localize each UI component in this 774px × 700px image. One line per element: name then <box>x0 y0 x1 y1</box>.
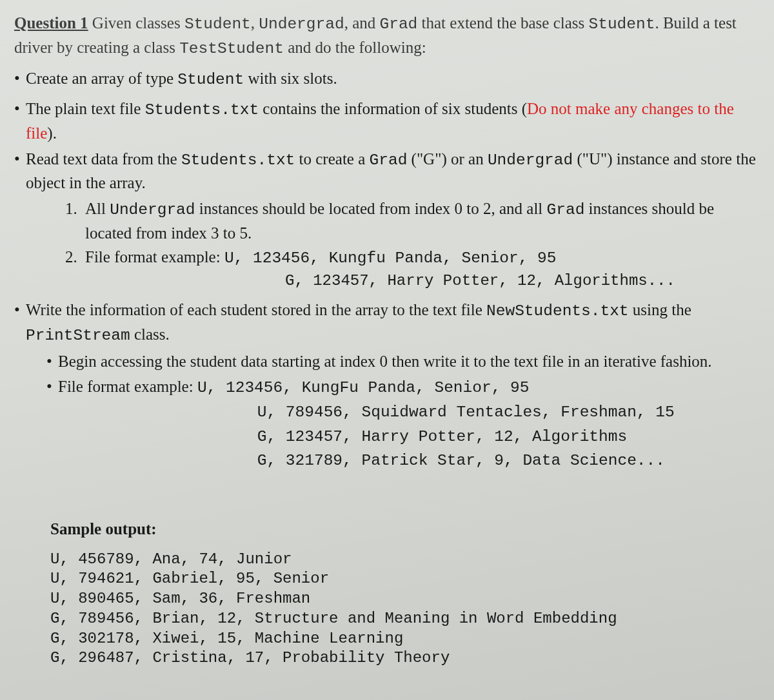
bullet-2: The plain text file Students.txt contain… <box>14 97 760 144</box>
inner-bullet-2: File format example: U, 123456, KungFu P… <box>46 375 760 472</box>
sample-output-heading: Sample output: <box>50 518 760 541</box>
top-bullet-list: Create an array of type Student with six… <box>14 67 760 473</box>
question-intro: Question 1 Given classes Student, Underg… <box>14 12 760 61</box>
numbered-1: All Undergrad instances should be locate… <box>81 197 760 244</box>
file-format-line-2: G, 123457, Harry Potter, 12, Algorithms.… <box>285 270 760 292</box>
numbered-list: All Undergrad instances should be locate… <box>26 197 760 292</box>
sample-output-block: U, 456789, Ana, 74, Junior U, 794621, Ga… <box>50 550 760 668</box>
inner-bullet-list: Begin accessing the student data startin… <box>26 350 760 473</box>
bullet-4: Write the information of each student st… <box>14 298 760 472</box>
bullet-3: Read text data from the Students.txt to … <box>14 148 760 292</box>
numbered-2: File format example: U, 123456, Kungfu P… <box>81 246 760 292</box>
bullet-1: Create an array of type Student with six… <box>14 67 760 92</box>
question-title: Question 1 <box>14 14 88 32</box>
inner-bullet-1: Begin accessing the student data startin… <box>46 350 760 373</box>
